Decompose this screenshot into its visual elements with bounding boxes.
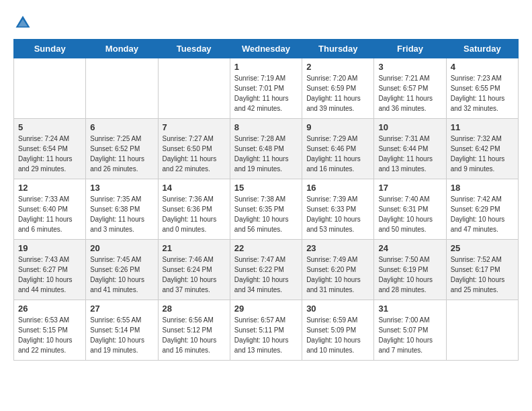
day-number: 15 <box>234 183 298 193</box>
day-info: Sunrise: 6:53 AM Sunset: 5:15 PM Dayligh… <box>18 315 81 355</box>
calendar-row-4: 26Sunrise: 6:53 AM Sunset: 5:15 PM Dayli… <box>14 300 519 361</box>
calendar-row-3: 19Sunrise: 7:43 AM Sunset: 6:27 PM Dayli… <box>14 240 519 300</box>
day-info: Sunrise: 6:56 AM Sunset: 5:12 PM Dayligh… <box>163 315 226 355</box>
day-info: Sunrise: 7:35 AM Sunset: 6:38 PM Dayligh… <box>90 194 153 234</box>
calendar-cell: 13Sunrise: 7:35 AM Sunset: 6:38 PM Dayli… <box>86 179 158 240</box>
day-info: Sunrise: 6:59 AM Sunset: 5:09 PM Dayligh… <box>306 315 369 355</box>
calendar-cell: 22Sunrise: 7:47 AM Sunset: 6:22 PM Dayli… <box>230 240 302 300</box>
calendar-header-row: SundayMondayTuesdayWednesdayThursdayFrid… <box>14 40 519 58</box>
calendar-cell: 17Sunrise: 7:40 AM Sunset: 6:31 PM Dayli… <box>374 179 446 240</box>
day-number: 28 <box>163 304 226 314</box>
calendar-cell: 3Sunrise: 7:21 AM Sunset: 6:57 PM Daylig… <box>374 58 446 119</box>
day-info: Sunrise: 7:32 AM Sunset: 6:42 PM Dayligh… <box>451 134 514 174</box>
calendar-cell: 15Sunrise: 7:38 AM Sunset: 6:35 PM Dayli… <box>230 179 302 240</box>
page-header <box>13 13 519 32</box>
day-info: Sunrise: 7:31 AM Sunset: 6:44 PM Dayligh… <box>378 134 441 174</box>
day-number: 23 <box>306 243 369 253</box>
logo <box>13 13 35 32</box>
day-number: 31 <box>378 304 441 314</box>
day-number: 18 <box>451 183 514 193</box>
calendar-table: SundayMondayTuesdayWednesdayThursdayFrid… <box>13 39 519 361</box>
day-info: Sunrise: 7:33 AM Sunset: 6:40 PM Dayligh… <box>18 194 81 234</box>
calendar-row-2: 12Sunrise: 7:33 AM Sunset: 6:40 PM Dayli… <box>14 179 519 240</box>
day-info: Sunrise: 7:42 AM Sunset: 6:29 PM Dayligh… <box>451 194 514 234</box>
day-number: 20 <box>90 243 153 253</box>
day-number: 24 <box>378 243 441 253</box>
day-info: Sunrise: 7:36 AM Sunset: 6:36 PM Dayligh… <box>163 194 226 234</box>
calendar-cell: 29Sunrise: 6:57 AM Sunset: 5:11 PM Dayli… <box>230 300 302 361</box>
day-number: 29 <box>234 304 298 314</box>
calendar-cell: 18Sunrise: 7:42 AM Sunset: 6:29 PM Dayli… <box>446 179 518 240</box>
calendar-cell: 9Sunrise: 7:29 AM Sunset: 6:46 PM Daylig… <box>302 119 374 179</box>
calendar-cell: 5Sunrise: 7:24 AM Sunset: 6:54 PM Daylig… <box>14 119 86 179</box>
calendar-cell: 26Sunrise: 6:53 AM Sunset: 5:15 PM Dayli… <box>14 300 86 361</box>
calendar-cell: 2Sunrise: 7:20 AM Sunset: 6:59 PM Daylig… <box>302 58 374 119</box>
calendar-row-1: 5Sunrise: 7:24 AM Sunset: 6:54 PM Daylig… <box>14 119 519 179</box>
calendar-cell: 14Sunrise: 7:36 AM Sunset: 6:36 PM Dayli… <box>158 179 230 240</box>
calendar-cell: 21Sunrise: 7:46 AM Sunset: 6:24 PM Dayli… <box>158 240 230 300</box>
calendar-cell: 30Sunrise: 6:59 AM Sunset: 5:09 PM Dayli… <box>302 300 374 361</box>
day-number: 25 <box>451 243 514 253</box>
calendar-cell: 25Sunrise: 7:52 AM Sunset: 6:17 PM Dayli… <box>446 240 518 300</box>
calendar-cell: 7Sunrise: 7:27 AM Sunset: 6:50 PM Daylig… <box>158 119 230 179</box>
day-number: 6 <box>90 122 153 132</box>
day-number: 22 <box>234 243 298 253</box>
calendar-cell: 8Sunrise: 7:28 AM Sunset: 6:48 PM Daylig… <box>230 119 302 179</box>
calendar-cell: 31Sunrise: 7:00 AM Sunset: 5:07 PM Dayli… <box>374 300 446 361</box>
day-number: 27 <box>90 304 153 314</box>
day-info: Sunrise: 7:29 AM Sunset: 6:46 PM Dayligh… <box>306 134 369 174</box>
day-number: 2 <box>306 62 369 72</box>
day-number: 13 <box>90 183 153 193</box>
calendar-header-friday: Friday <box>374 40 446 58</box>
day-info: Sunrise: 7:46 AM Sunset: 6:24 PM Dayligh… <box>163 255 226 295</box>
calendar-cell: 1Sunrise: 7:19 AM Sunset: 7:01 PM Daylig… <box>230 58 302 119</box>
day-number: 16 <box>306 183 369 193</box>
day-info: Sunrise: 6:55 AM Sunset: 5:14 PM Dayligh… <box>90 315 153 355</box>
calendar-cell <box>86 58 158 119</box>
day-number: 26 <box>18 304 81 314</box>
day-info: Sunrise: 6:57 AM Sunset: 5:11 PM Dayligh… <box>234 315 298 355</box>
calendar-cell: 23Sunrise: 7:49 AM Sunset: 6:20 PM Dayli… <box>302 240 374 300</box>
day-info: Sunrise: 7:24 AM Sunset: 6:54 PM Dayligh… <box>18 134 81 174</box>
day-info: Sunrise: 7:38 AM Sunset: 6:35 PM Dayligh… <box>234 194 298 234</box>
day-info: Sunrise: 7:47 AM Sunset: 6:22 PM Dayligh… <box>234 255 298 295</box>
day-number: 11 <box>451 122 514 132</box>
day-info: Sunrise: 7:20 AM Sunset: 6:59 PM Dayligh… <box>306 73 369 113</box>
day-info: Sunrise: 7:50 AM Sunset: 6:19 PM Dayligh… <box>378 255 441 295</box>
calendar-cell <box>14 58 86 119</box>
day-number: 10 <box>378 122 441 132</box>
day-number: 17 <box>378 183 441 193</box>
calendar-cell: 28Sunrise: 6:56 AM Sunset: 5:12 PM Dayli… <box>158 300 230 361</box>
calendar-header-tuesday: Tuesday <box>158 40 230 58</box>
day-number: 3 <box>378 62 441 72</box>
calendar-cell: 27Sunrise: 6:55 AM Sunset: 5:14 PM Dayli… <box>86 300 158 361</box>
calendar-header-saturday: Saturday <box>446 40 518 58</box>
calendar-cell: 6Sunrise: 7:25 AM Sunset: 6:52 PM Daylig… <box>86 119 158 179</box>
day-info: Sunrise: 7:19 AM Sunset: 7:01 PM Dayligh… <box>234 73 298 113</box>
calendar-header-wednesday: Wednesday <box>230 40 302 58</box>
day-number: 4 <box>451 62 514 72</box>
calendar-cell: 16Sunrise: 7:39 AM Sunset: 6:33 PM Dayli… <box>302 179 374 240</box>
day-info: Sunrise: 7:25 AM Sunset: 6:52 PM Dayligh… <box>90 134 153 174</box>
day-number: 14 <box>163 183 226 193</box>
day-info: Sunrise: 7:21 AM Sunset: 6:57 PM Dayligh… <box>378 73 441 113</box>
calendar-cell: 4Sunrise: 7:23 AM Sunset: 6:55 PM Daylig… <box>446 58 518 119</box>
day-number: 30 <box>306 304 369 314</box>
day-number: 19 <box>18 243 81 253</box>
day-number: 7 <box>163 122 226 132</box>
day-info: Sunrise: 7:49 AM Sunset: 6:20 PM Dayligh… <box>306 255 369 295</box>
calendar-cell: 24Sunrise: 7:50 AM Sunset: 6:19 PM Dayli… <box>374 240 446 300</box>
day-number: 8 <box>234 122 298 132</box>
day-info: Sunrise: 7:39 AM Sunset: 6:33 PM Dayligh… <box>306 194 369 234</box>
day-info: Sunrise: 7:00 AM Sunset: 5:07 PM Dayligh… <box>378 315 441 355</box>
day-number: 1 <box>234 62 298 72</box>
calendar-cell: 19Sunrise: 7:43 AM Sunset: 6:27 PM Dayli… <box>14 240 86 300</box>
day-number: 9 <box>306 122 369 132</box>
day-info: Sunrise: 7:45 AM Sunset: 6:26 PM Dayligh… <box>90 255 153 295</box>
day-info: Sunrise: 7:27 AM Sunset: 6:50 PM Dayligh… <box>163 134 226 174</box>
day-info: Sunrise: 7:43 AM Sunset: 6:27 PM Dayligh… <box>18 255 81 295</box>
day-info: Sunrise: 7:28 AM Sunset: 6:48 PM Dayligh… <box>234 134 298 174</box>
calendar-cell: 11Sunrise: 7:32 AM Sunset: 6:42 PM Dayli… <box>446 119 518 179</box>
logo-icon <box>13 13 32 32</box>
calendar-header-thursday: Thursday <box>302 40 374 58</box>
